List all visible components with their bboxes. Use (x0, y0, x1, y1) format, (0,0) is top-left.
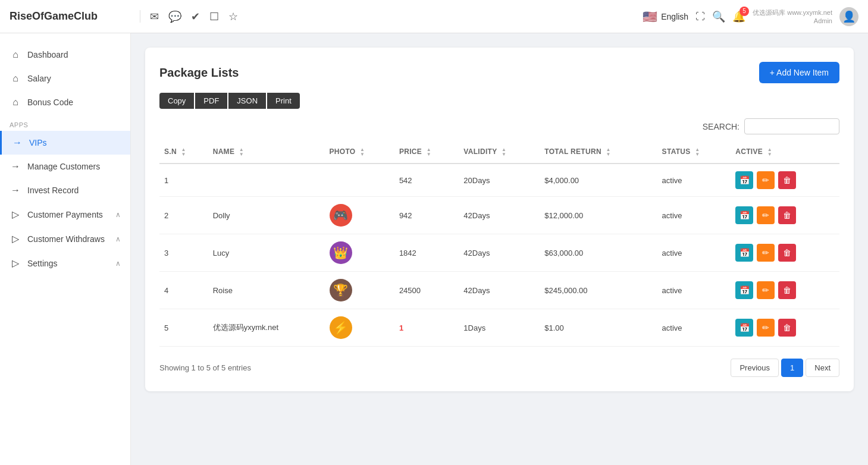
site-watermark: 优选源码库 www.yxymk.net Admin (753, 8, 832, 24)
sidebar-item-settings[interactable]: ▷ Settings ∧ (0, 251, 130, 275)
calendar-action-button[interactable]: 📅 (735, 206, 753, 224)
cell-sn: 4 (159, 272, 208, 309)
search-label: SEARCH: (703, 122, 739, 131)
brand-text: RiseOfGameClub (10, 10, 98, 22)
sort-active-icon[interactable]: ▲▼ (767, 147, 772, 157)
copy-button[interactable]: Copy (159, 93, 194, 109)
pdf-button[interactable]: PDF (195, 93, 227, 109)
calendar-action-button[interactable]: 📅 (735, 171, 753, 189)
next-button[interactable]: Next (806, 359, 839, 377)
fullscreen-icon[interactable]: ⛶ (695, 11, 705, 22)
apps-section-label: APPS (0, 114, 130, 131)
page-1-button[interactable]: 1 (781, 359, 803, 377)
star-icon[interactable]: ☆ (228, 10, 238, 23)
cell-validity: 42Days (459, 272, 540, 309)
edit-action-button[interactable]: ✏ (757, 171, 775, 189)
cell-status: active (657, 164, 731, 197)
sidebar-item-dashboard[interactable]: ⌂ Dashboard (0, 43, 130, 67)
edit-action-button[interactable]: ✏ (757, 244, 775, 262)
sidebar-item-invest-record[interactable]: → Invest Record (0, 178, 130, 202)
sidebar-item-label: Manage Customers (27, 162, 100, 171)
col-active: ACTIVE ▲▼ (731, 142, 839, 164)
notification-badge: 5 (739, 7, 749, 16)
chat-icon[interactable]: 💬 (168, 10, 181, 23)
add-new-item-button[interactable]: + Add New Item (759, 62, 839, 83)
cell-name: Lucy (208, 234, 325, 272)
delete-action-button[interactable]: 🗑 (778, 206, 796, 224)
chevron-down-icon-2: ∧ (115, 235, 121, 243)
avatar[interactable]: 👤 (839, 7, 858, 26)
edit-action-button[interactable]: ✏ (757, 319, 775, 337)
layout: ⌂ Dashboard ⌂ Salary ⌂ Bonus Code APPS →… (0, 33, 868, 465)
cell-name: 优选源码yxymk.net (208, 309, 325, 347)
calendar-icon[interactable]: ☐ (209, 10, 219, 23)
sidebar-item-bonus-code[interactable]: ⌂ Bonus Code (0, 90, 130, 114)
sidebar-item-customer-payments[interactable]: ▷ Customer Payments ∧ (0, 202, 130, 227)
sidebar-item-label: Dashboard (27, 50, 68, 59)
sort-price-icon[interactable]: ▲▼ (427, 147, 431, 157)
sidebar-item-label: Settings (27, 259, 58, 268)
check-icon[interactable]: ✔ (191, 10, 200, 23)
table-row: 5 优选源码yxymk.net ⚡ 1 1Days $1.00 active 📅… (159, 309, 839, 347)
cell-photo (325, 164, 394, 197)
search-input[interactable] (744, 118, 839, 134)
table-row: 3 Lucy 👑 1842 42Days $63,000.00 active 📅… (159, 234, 839, 272)
top-nav-right: 🇺🇸 English ⛶ 🔍 🔔 5 优选源码库 www.yxymk.net A… (643, 7, 858, 26)
sort-status-icon[interactable]: ▲▼ (695, 147, 700, 157)
delete-action-button[interactable]: 🗑 (778, 281, 796, 299)
brand-logo: RiseOfGameClub (10, 10, 140, 23)
edit-action-button[interactable]: ✏ (757, 206, 775, 224)
calendar-action-button[interactable]: 📅 (735, 244, 753, 262)
sidebar-item-label: Customer Payments (27, 210, 103, 219)
calendar-action-button[interactable]: 📅 (735, 281, 753, 299)
search-icon[interactable]: 🔍 (712, 10, 725, 23)
sort-name-icon[interactable]: ▲▼ (239, 147, 244, 157)
sort-return-icon[interactable]: ▲▼ (606, 147, 611, 157)
sort-sn-icon[interactable]: ▲▼ (181, 147, 186, 157)
cell-sn: 5 (159, 309, 208, 347)
cell-validity: 1Days (459, 309, 540, 347)
cell-price: 942 (394, 197, 459, 234)
sidebar-item-label: Customer Withdraws (27, 234, 105, 244)
cell-name: Dolly (208, 197, 325, 234)
table-row: 1 542 20Days $4,000.00 active 📅 ✏ 🗑 (159, 164, 839, 197)
invest-icon: → (10, 185, 21, 196)
print-button[interactable]: Print (267, 93, 300, 109)
sort-photo-icon[interactable]: ▲▼ (360, 147, 365, 157)
cell-price: 24500 (394, 272, 459, 309)
chevron-down-icon: ∧ (115, 210, 121, 219)
flag-icon: 🇺🇸 (643, 10, 657, 24)
col-validity: VALIDITY ▲▼ (459, 142, 540, 164)
sort-validity-icon[interactable]: ▲▼ (502, 147, 506, 157)
export-buttons: Copy PDF JSON Print (159, 93, 839, 109)
cell-status: active (657, 197, 731, 234)
mail-icon[interactable]: ✉ (150, 10, 159, 23)
data-table: S.N ▲▼ NAME ▲▼ PHOTO ▲▼ PRICE (159, 142, 839, 347)
payments-icon: ▷ (10, 209, 21, 220)
sidebar-item-label: Salary (27, 74, 51, 83)
delete-action-button[interactable]: 🗑 (778, 319, 796, 337)
sidebar-item-vips[interactable]: → VIPs (0, 131, 130, 155)
notification-button[interactable]: 🔔 5 (732, 10, 745, 23)
json-button[interactable]: JSON (228, 93, 266, 109)
cell-price: 542 (394, 164, 459, 197)
cell-sn: 3 (159, 234, 208, 272)
delete-action-button[interactable]: 🗑 (778, 244, 796, 262)
col-price: PRICE ▲▼ (394, 142, 459, 164)
previous-button[interactable]: Previous (731, 359, 779, 377)
cell-price: 1842 (394, 234, 459, 272)
sidebar-item-customer-withdraws[interactable]: ▷ Customer Withdraws ∧ (0, 227, 130, 251)
top-nav: RiseOfGameClub ✉ 💬 ✔ ☐ ☆ 🇺🇸 English ⛶ 🔍 … (0, 0, 868, 33)
edit-action-button[interactable]: ✏ (757, 281, 775, 299)
table-row: 2 Dolly 🎮 942 42Days $12,000.00 active 📅… (159, 197, 839, 234)
delete-action-button[interactable]: 🗑 (778, 171, 796, 189)
calendar-action-button[interactable]: 📅 (735, 319, 753, 337)
entries-info: Showing 1 to 5 of 5 entries (159, 363, 251, 372)
col-name: NAME ▲▼ (208, 142, 325, 164)
language-selector[interactable]: 🇺🇸 English (643, 10, 688, 24)
search-row: SEARCH: (159, 118, 839, 134)
cell-total-return: $245,000.00 (540, 272, 657, 309)
col-sn: S.N ▲▼ (159, 142, 208, 164)
sidebar-item-salary[interactable]: ⌂ Salary (0, 67, 130, 90)
sidebar-item-manage-customers[interactable]: → Manage Customers (0, 155, 130, 178)
